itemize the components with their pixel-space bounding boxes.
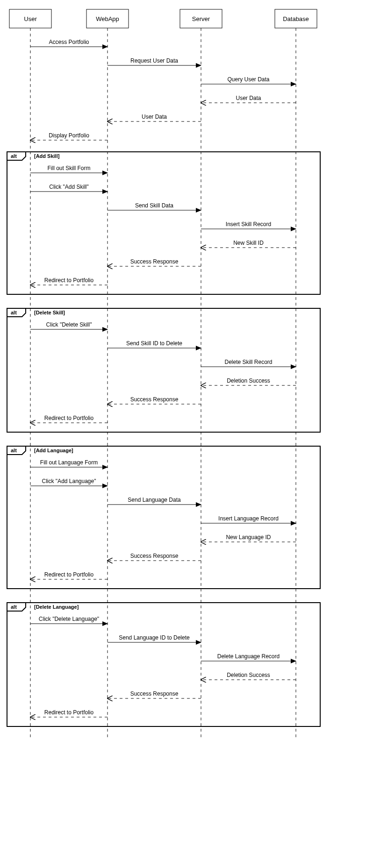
message-label: User Data — [142, 114, 167, 120]
message-label: Send Language Data — [128, 497, 181, 503]
message-label: Success Response — [130, 690, 179, 697]
alt-label: alt — [11, 310, 17, 315]
participant-label-user: User — [24, 15, 37, 22]
message-label: Redirect to Portfolio — [44, 415, 94, 421]
alt-guard: [Delete Skill] — [34, 310, 65, 315]
alt-fragment — [7, 152, 320, 294]
message-label: Fill out Skill Form — [47, 165, 90, 171]
alt-label: alt — [11, 153, 17, 159]
message-label: Click "Delete Language" — [39, 616, 99, 622]
participant-label-webapp: WebApp — [96, 15, 119, 22]
participant-label-database: Database — [283, 15, 309, 22]
message-label: Access Portfolio — [49, 39, 89, 45]
alt-guard: [Add Language] — [34, 448, 73, 453]
message-label: Redirect to Portfolio — [44, 571, 94, 578]
message-label: Insert Language Record — [218, 515, 279, 522]
message-label: Delete Language Record — [217, 653, 280, 660]
alt-label: alt — [11, 448, 17, 453]
alt-guard: [Add Skill] — [34, 153, 60, 159]
sequence-diagram: UserWebAppServerDatabaseAccess Portfolio… — [0, 0, 327, 747]
message-label: Redirect to Portfolio — [44, 277, 94, 284]
message-label: Query User Data — [227, 76, 269, 83]
participant-label-server: Server — [192, 15, 210, 22]
message-label: New Skill ID — [233, 240, 264, 246]
message-label: Send Skill Data — [135, 202, 173, 209]
message-label: Success Response — [130, 396, 179, 403]
message-label: Deletion Success — [227, 672, 270, 678]
message-label: Insert Skill Record — [226, 221, 271, 228]
message-label: Click "Add Skill" — [49, 184, 89, 190]
message-label: Request User Data — [130, 57, 178, 64]
message-label: Send Language ID to Delete — [119, 634, 190, 641]
message-label: Redirect to Portfolio — [44, 709, 94, 716]
message-label: Send Skill ID to Delete — [126, 340, 182, 347]
message-label: Success Response — [130, 553, 179, 559]
message-label: Display Portfolio — [49, 132, 89, 139]
message-label: New Language ID — [226, 534, 271, 541]
message-label: Click "Delete Skill" — [46, 321, 92, 328]
message-label: Deletion Success — [227, 377, 270, 384]
message-label: Click "Add Language" — [42, 478, 96, 484]
message-label: Delete Skill Record — [224, 359, 272, 365]
message-label: User Data — [236, 95, 261, 101]
alt-guard: [Delete Language] — [34, 604, 79, 610]
message-label: Success Response — [130, 258, 179, 265]
alt-label: alt — [11, 604, 17, 610]
message-label: Fill out Language Form — [40, 459, 98, 466]
